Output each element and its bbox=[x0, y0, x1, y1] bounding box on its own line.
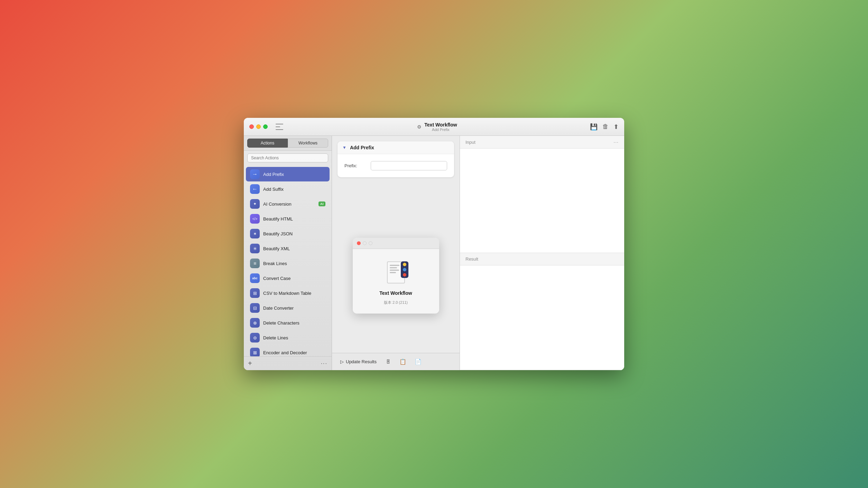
add-prefix-card: ▼ Add Prefix Prefix: bbox=[338, 141, 454, 177]
title-actions: 💾 🗑 ⬆ bbox=[590, 123, 619, 131]
beautify-html-icon: </> bbox=[250, 214, 260, 224]
trash-icon: 🗑 bbox=[602, 123, 609, 130]
encoder-decoder-icon: ⊠ bbox=[250, 348, 260, 356]
save-icon: 💾 bbox=[590, 123, 598, 131]
delete-button[interactable]: 🗑 bbox=[602, 123, 609, 130]
sidebar-item-encoder-decoder[interactable]: ⊠ Encoder and Decoder bbox=[246, 345, 330, 356]
sidebar-item-date-converter[interactable]: ⊟ Date Converter bbox=[246, 301, 330, 315]
doc-line-2 bbox=[390, 267, 397, 268]
collapse-arrow-icon[interactable]: ▼ bbox=[342, 145, 347, 150]
sidebar-item-beautify-html[interactable]: </> Beautify HTML bbox=[246, 212, 330, 226]
csv-markdown-icon: ⊞ bbox=[250, 288, 260, 298]
sliders-button[interactable]: 🎚 bbox=[384, 357, 393, 366]
date-converter-icon: ⊟ bbox=[250, 303, 260, 313]
add-prefix-card-body: Prefix: bbox=[338, 154, 454, 177]
action-list: → Add Prefix ← Add Suffix ✦ AI Conversio… bbox=[244, 165, 332, 356]
result-section: Result bbox=[460, 253, 624, 370]
sidebar-item-add-suffix[interactable]: ← Add Suffix bbox=[246, 182, 330, 196]
add-prefix-card-header: ▼ Add Prefix bbox=[338, 141, 454, 154]
search-input[interactable] bbox=[247, 153, 328, 162]
center-toolbar: ▷ Update Results 🎚 📋 📄 bbox=[332, 353, 460, 370]
title-bar: ⚙ Text Workflow Add Prefix 💾 🗑 ⬆ bbox=[244, 118, 624, 136]
sidebar-item-delete-lines[interactable]: ⊜ Delete Lines bbox=[246, 330, 330, 345]
center-panel: ▼ Add Prefix Prefix: bbox=[332, 136, 460, 370]
app-info-popup: Text Workflow 版本 2.0 (211) bbox=[353, 238, 439, 313]
sidebar-item-beautify-json[interactable]: ✴ Beautify JSON bbox=[246, 226, 330, 241]
sidebar-item-csv-markdown[interactable]: ⊞ CSV to Markdown Table bbox=[246, 286, 330, 300]
maximize-button[interactable] bbox=[263, 124, 268, 129]
popup-close-button[interactable] bbox=[357, 241, 361, 245]
dot-blue bbox=[403, 268, 406, 271]
beautify-xml-label: Beautify XML bbox=[263, 246, 325, 251]
input-section-content[interactable] bbox=[460, 149, 624, 253]
break-lines-label: Break Lines bbox=[263, 261, 325, 266]
app-version: 版本 2.0 (211) bbox=[384, 300, 408, 305]
result-section-content[interactable] bbox=[460, 265, 624, 370]
minimize-button[interactable] bbox=[256, 124, 261, 129]
popup-maximize-button[interactable] bbox=[369, 241, 372, 245]
ai-conversion-icon: ✦ bbox=[250, 199, 260, 209]
beautify-json-label: Beautify JSON bbox=[263, 231, 325, 236]
sidebar-item-delete-characters[interactable]: ⊗ Delete Characters bbox=[246, 316, 330, 330]
result-section-title: Result bbox=[465, 256, 478, 262]
update-results-label: Update Results bbox=[346, 359, 377, 364]
dot-yellow bbox=[403, 263, 406, 266]
input-section-title: Input bbox=[465, 140, 475, 145]
update-results-button[interactable]: ▷ Update Results bbox=[338, 358, 379, 366]
delete-characters-label: Delete Characters bbox=[263, 320, 325, 326]
close-button[interactable] bbox=[249, 124, 254, 129]
save-button[interactable]: 💾 bbox=[590, 123, 598, 131]
main-content: Actions Workflows → Add Prefix ← Add Suf… bbox=[244, 136, 624, 370]
paste-button[interactable]: 📄 bbox=[413, 357, 424, 366]
sidebar-tabs: Actions Workflows bbox=[244, 136, 332, 151]
ai-badge: AI bbox=[318, 201, 325, 206]
delete-lines-icon: ⊜ bbox=[250, 333, 260, 342]
beautify-json-icon: ✴ bbox=[250, 229, 260, 238]
share-icon: ⬆ bbox=[613, 123, 619, 131]
add-action-button[interactable]: + bbox=[248, 359, 252, 367]
card-title: Add Prefix bbox=[350, 145, 374, 150]
delete-characters-icon: ⊗ bbox=[250, 318, 260, 328]
sidebar-item-ai-conversion[interactable]: ✦ AI Conversion AI bbox=[246, 197, 330, 211]
input-section-more[interactable]: ··· bbox=[613, 139, 619, 145]
sidebar-toggle-icon bbox=[276, 124, 283, 130]
input-section-header: Input ··· bbox=[460, 136, 624, 149]
sidebar: Actions Workflows → Add Prefix ← Add Suf… bbox=[244, 136, 332, 370]
csv-markdown-label: CSV to Markdown Table bbox=[263, 291, 325, 296]
tab-workflows[interactable]: Workflows bbox=[288, 139, 328, 148]
share-button[interactable]: ⬆ bbox=[613, 123, 619, 131]
prefix-field-input[interactable] bbox=[371, 161, 447, 170]
window-subtitle: Add Prefix bbox=[432, 128, 450, 132]
convert-case-icon: abc bbox=[250, 273, 260, 283]
popup-body: Text Workflow 版本 2.0 (211) bbox=[353, 249, 439, 313]
app-icon-dots bbox=[401, 261, 408, 278]
encoder-decoder-label: Encoder and Decoder bbox=[263, 350, 325, 355]
ai-conversion-label: AI Conversion bbox=[263, 201, 315, 207]
beautify-xml-icon: ✳ bbox=[250, 244, 260, 253]
sidebar-item-break-lines[interactable]: ≡ Break Lines bbox=[246, 256, 330, 271]
doc-line-3 bbox=[390, 270, 399, 271]
search-bar bbox=[244, 151, 332, 165]
input-section: Input ··· bbox=[460, 136, 624, 253]
main-window: ⚙ Text Workflow Add Prefix 💾 🗑 ⬆ Actions… bbox=[244, 118, 624, 370]
copy-button[interactable]: 📋 bbox=[397, 357, 408, 366]
beautify-html-label: Beautify HTML bbox=[263, 216, 325, 222]
app-icon bbox=[384, 259, 408, 286]
popup-titlebar bbox=[353, 238, 439, 249]
sliders-icon: 🎚 bbox=[386, 359, 391, 365]
title-group: Text Workflow Add Prefix bbox=[424, 122, 457, 132]
sidebar-item-add-prefix[interactable]: → Add Prefix bbox=[246, 167, 330, 181]
sidebar-item-beautify-xml[interactable]: ✳ Beautify XML bbox=[246, 241, 330, 256]
sidebar-item-convert-case[interactable]: abc Convert Case bbox=[246, 271, 330, 285]
add-prefix-label: Add Prefix bbox=[263, 172, 325, 177]
traffic-lights bbox=[249, 124, 268, 129]
filter-icon: ⚙ bbox=[417, 124, 422, 130]
sidebar-footer: + ··· bbox=[244, 356, 332, 370]
right-panel: Input ··· Result bbox=[460, 136, 624, 370]
more-options-button[interactable]: ··· bbox=[321, 360, 327, 367]
sidebar-toggle-button[interactable] bbox=[275, 123, 284, 131]
tab-actions[interactable]: Actions bbox=[247, 139, 288, 148]
result-section-header: Result bbox=[460, 253, 624, 265]
popup-minimize-button[interactable] bbox=[363, 241, 367, 245]
copy-icon: 📋 bbox=[399, 358, 406, 365]
